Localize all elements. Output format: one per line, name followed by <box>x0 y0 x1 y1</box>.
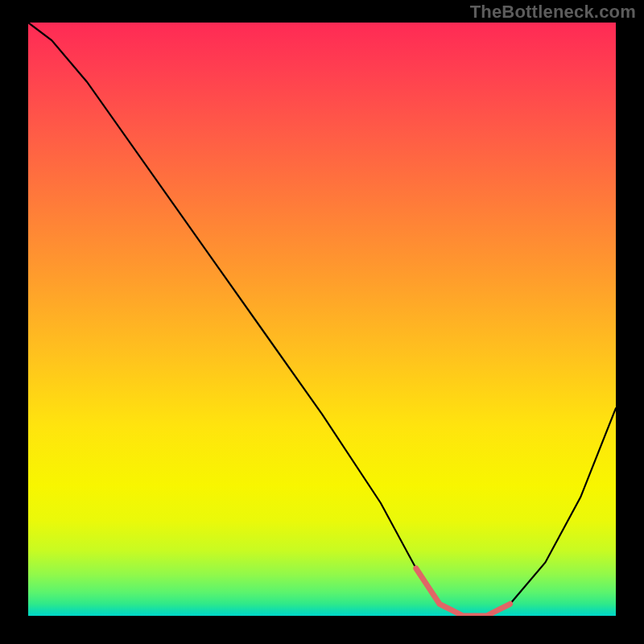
bottleneck-curve <box>28 23 616 616</box>
plot-area <box>28 23 616 616</box>
curve-layer <box>28 23 616 616</box>
watermark-text: TheBottleneck.com <box>470 2 636 23</box>
optimal-range-highlight <box>416 568 510 616</box>
chart-frame: TheBottleneck.com <box>0 0 644 644</box>
